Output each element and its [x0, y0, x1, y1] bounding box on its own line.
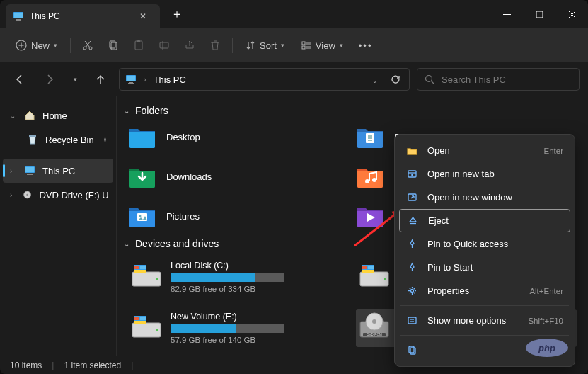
breadcrumb[interactable]: This PC: [154, 74, 186, 85]
svg-rect-29: [129, 82, 133, 83]
refresh-button[interactable]: [388, 74, 403, 84]
up-button[interactable]: [89, 68, 112, 91]
folder-item-desktop[interactable]: Desktop: [128, 125, 349, 149]
paste-button[interactable]: [127, 34, 150, 57]
context-item-pin-to-quick-access[interactable]: Pin to Quick access: [399, 232, 570, 256]
view-icon: [301, 40, 311, 50]
this-pc-icon: [13, 11, 24, 22]
sidebar-item-recycle-bin[interactable]: Recycle Bin: [0, 128, 116, 152]
chevron-down-icon: ⌄: [124, 107, 129, 115]
new-tab-button[interactable]: ＋: [160, 7, 194, 22]
context-item-open[interactable]: OpenEnter: [399, 139, 570, 162]
context-item-label: Show more options: [427, 315, 518, 326]
sort-button[interactable]: Sort ▾: [238, 34, 292, 57]
sidebar-item-dvd[interactable]: › DVD Drive (F:) Ubun: [0, 183, 116, 207]
disc-icon: [23, 189, 32, 200]
copy-button[interactable]: [102, 34, 125, 57]
folder-icon: [128, 204, 156, 228]
this-pc-icon: [24, 165, 35, 176]
context-separator: [400, 335, 569, 336]
sidebar-item-home[interactable]: ⌄ Home: [0, 103, 116, 128]
context-item-pin-to-start[interactable]: Pin to Start: [399, 256, 570, 279]
context-item-label: Pin to Quick access: [427, 239, 563, 249]
svg-rect-18: [137, 40, 140, 42]
svg-rect-61: [362, 270, 374, 273]
chevron-down-icon: ⌄: [372, 77, 378, 84]
svg-rect-68: [134, 321, 146, 324]
back-button[interactable]: [8, 68, 31, 91]
context-item-open-in-new-window[interactable]: Open in new window: [399, 186, 570, 209]
sidebar-item-label: This PC: [42, 166, 75, 176]
sidebar-item-label: Home: [42, 110, 67, 121]
pin-icon: [101, 136, 109, 144]
separator: |: [131, 361, 133, 370]
context-item-label: Open in new window: [427, 192, 563, 203]
svg-rect-60: [368, 266, 374, 269]
context-item-accel: Enter: [544, 147, 564, 155]
folder-label: Pictures: [166, 211, 200, 222]
view-button[interactable]: View ▾: [294, 34, 350, 57]
sort-icon: [246, 40, 255, 50]
svg-rect-54: [134, 270, 146, 273]
minimize-button[interactable]: [490, 3, 523, 26]
tab-this-pc[interactable]: This PC ✕: [6, 4, 160, 28]
tab-close-button[interactable]: ✕: [136, 10, 150, 23]
forward-button[interactable]: [38, 68, 61, 91]
cut-button[interactable]: [76, 34, 99, 57]
delete-icon: [209, 40, 221, 51]
drive-name: Local Disk (C:): [171, 261, 346, 271]
new-button[interactable]: New ▾: [8, 34, 64, 57]
sidebar-item-this-pc[interactable]: › This PC: [3, 159, 113, 183]
folder-label: Desktop: [166, 132, 200, 142]
maximize-button[interactable]: [523, 3, 555, 26]
dvd-drive-icon: DVD-ROM: [359, 312, 390, 340]
pin-icon: [407, 262, 417, 273]
chevron-right-icon: ›: [10, 167, 17, 175]
context-menu: OpenEnterOpen in new tabOpen in new wind…: [394, 134, 575, 367]
chevron-down-icon: ⌄: [10, 112, 17, 120]
arrow-left-icon: [14, 74, 25, 85]
sort-label: Sort: [260, 40, 277, 51]
section-header-folders[interactable]: ⌄ Folders: [124, 105, 577, 116]
more-button[interactable]: •••: [353, 34, 379, 57]
recent-button[interactable]: ▾: [68, 68, 82, 91]
drive-icon: [359, 261, 390, 289]
toolbar: New ▾ Sort ▾ View ▾ •••: [0, 28, 588, 62]
close-button[interactable]: [555, 3, 588, 26]
folder-icon: [356, 125, 384, 149]
share-button[interactable]: [178, 34, 201, 57]
context-separator: [400, 305, 569, 306]
context-item-label: Pin to Start: [427, 262, 563, 273]
svg-rect-52: [134, 266, 139, 269]
context-item-eject[interactable]: Eject: [399, 209, 570, 232]
navigation-bar: ▾ › This PC ⌄ Search This PC: [0, 62, 588, 96]
search-box[interactable]: Search This PC: [417, 68, 580, 91]
svg-rect-35: [25, 167, 34, 172]
drive-item[interactable]: New Volume (E:)57.9 GB free of 140 GB: [128, 309, 349, 347]
rename-button[interactable]: [153, 34, 175, 57]
refresh-icon: [391, 74, 400, 84]
address-bar[interactable]: › This PC ⌄: [119, 68, 410, 91]
svg-point-55: [156, 278, 158, 280]
drive-item[interactable]: Local Disk (C:)82.9 GB free of 334 GB: [128, 258, 349, 296]
address-dropdown[interactable]: ⌄: [369, 73, 381, 86]
folder-item-pictures[interactable]: Pictures: [128, 204, 349, 228]
delete-button[interactable]: [204, 34, 226, 57]
context-item-open-in-new-tab[interactable]: Open in new tab: [399, 162, 570, 186]
svg-rect-53: [140, 266, 146, 269]
plus-circle-icon: [16, 40, 27, 51]
context-item-properties[interactable]: PropertiesAlt+Enter: [399, 279, 570, 302]
svg-line-14: [85, 41, 90, 47]
this-pc-icon: [125, 74, 137, 85]
new-window-icon: [407, 192, 417, 203]
folder-item-downloads[interactable]: Downloads: [128, 164, 349, 188]
context-item-accel: Alt+Enter: [529, 287, 563, 295]
more-icon: [407, 315, 417, 326]
context-item-show-more-options[interactable]: Show more optionsShift+F10: [399, 309, 570, 332]
svg-point-31: [426, 76, 432, 82]
svg-rect-36: [28, 174, 32, 174]
search-placeholder: Search This PC: [442, 74, 506, 85]
copy-icon: [108, 40, 119, 51]
svg-line-13: [86, 41, 91, 47]
svg-line-32: [432, 81, 434, 84]
